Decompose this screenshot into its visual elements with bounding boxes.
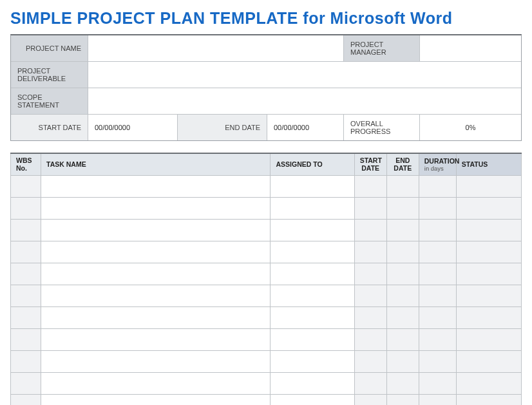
start-date-cell[interactable] (354, 219, 386, 241)
table-row (11, 263, 522, 285)
table-row (11, 328, 522, 350)
status-cell[interactable] (456, 328, 521, 350)
wbs-cell[interactable] (11, 285, 41, 306)
duration-cell[interactable] (419, 328, 456, 350)
end-date-cell[interactable] (386, 350, 419, 372)
duration-cell[interactable] (419, 372, 456, 394)
header-duration-sub: in days (424, 165, 451, 172)
end-date-value[interactable]: 00/00/0000 (267, 114, 343, 140)
end-date-cell[interactable] (386, 328, 419, 350)
scope-statement-value[interactable] (88, 88, 521, 114)
duration-cell[interactable] (419, 285, 456, 306)
end-date-cell[interactable] (386, 175, 419, 197)
wbs-cell[interactable] (11, 197, 41, 219)
project-manager-value[interactable] (419, 35, 521, 61)
status-cell[interactable] (456, 372, 521, 394)
duration-cell[interactable] (419, 175, 456, 197)
wbs-cell[interactable] (11, 372, 41, 394)
task-name-cell[interactable] (41, 306, 271, 328)
task-name-cell[interactable] (41, 263, 271, 285)
assigned-to-cell[interactable] (271, 350, 354, 372)
wbs-cell[interactable] (11, 263, 41, 285)
assigned-to-cell[interactable] (271, 285, 354, 306)
wbs-cell[interactable] (11, 350, 41, 372)
start-date-cell[interactable] (354, 263, 386, 285)
start-date-cell[interactable] (354, 328, 386, 350)
task-name-cell[interactable] (41, 328, 271, 350)
scope-statement-label: SCOPE STATEMENT (11, 88, 88, 114)
assigned-to-cell[interactable] (271, 372, 354, 394)
duration-cell[interactable] (419, 197, 456, 219)
status-cell[interactable] (456, 285, 521, 306)
start-date-cell[interactable] (354, 394, 386, 405)
status-cell[interactable] (456, 175, 521, 197)
end-date-cell[interactable] (386, 263, 419, 285)
start-date-cell[interactable] (354, 175, 386, 197)
project-deliverable-label: PROJECT DELIVERABLE (11, 61, 88, 88)
overall-progress-value[interactable]: 0% (419, 114, 521, 140)
task-name-cell[interactable] (41, 175, 271, 197)
wbs-cell[interactable] (11, 306, 41, 328)
duration-cell[interactable] (419, 219, 456, 241)
assigned-to-cell[interactable] (271, 263, 354, 285)
status-cell[interactable] (456, 306, 521, 328)
end-date-cell[interactable] (386, 197, 419, 219)
project-name-value[interactable] (88, 35, 343, 61)
duration-cell[interactable] (419, 394, 456, 405)
end-date-cell[interactable] (386, 394, 419, 405)
assigned-to-cell[interactable] (271, 241, 354, 263)
start-date-label: START DATE (11, 114, 88, 140)
meta-row-dates-progress: START DATE 00/00/0000 END DATE 00/00/000… (11, 114, 521, 140)
end-date-label: END DATE (177, 114, 267, 140)
task-name-cell[interactable] (41, 285, 271, 306)
end-date-cell[interactable] (386, 219, 419, 241)
meta-row-deliverable: PROJECT DELIVERABLE (11, 61, 521, 88)
wbs-cell[interactable] (11, 175, 41, 197)
wbs-cell[interactable] (11, 219, 41, 241)
duration-cell[interactable] (419, 241, 456, 263)
header-end-date: END DATE (386, 153, 419, 175)
header-duration: DURATION in days (419, 153, 456, 175)
status-cell[interactable] (456, 197, 521, 219)
start-date-cell[interactable] (354, 197, 386, 219)
project-deliverable-value[interactable] (88, 61, 521, 88)
assigned-to-cell[interactable] (271, 197, 354, 219)
start-date-cell[interactable] (354, 285, 386, 306)
task-name-cell[interactable] (41, 372, 271, 394)
wbs-cell[interactable] (11, 328, 41, 350)
assigned-to-cell[interactable] (271, 394, 354, 405)
status-cell[interactable] (456, 219, 521, 241)
task-name-cell[interactable] (41, 394, 271, 405)
wbs-cell[interactable] (11, 394, 41, 405)
duration-cell[interactable] (419, 350, 456, 372)
table-row (11, 175, 522, 197)
table-row (11, 197, 522, 219)
duration-cell[interactable] (419, 263, 456, 285)
start-date-cell[interactable] (354, 372, 386, 394)
start-date-value[interactable]: 00/00/0000 (88, 114, 177, 140)
table-row (11, 241, 522, 263)
end-date-cell[interactable] (386, 306, 419, 328)
assigned-to-cell[interactable] (271, 328, 354, 350)
end-date-cell[interactable] (386, 372, 419, 394)
start-date-cell[interactable] (354, 306, 386, 328)
wbs-cell[interactable] (11, 241, 41, 263)
task-name-cell[interactable] (41, 219, 271, 241)
task-name-cell[interactable] (41, 197, 271, 219)
project-manager-label: PROJECT MANAGER (343, 35, 419, 61)
end-date-cell[interactable] (386, 241, 419, 263)
status-cell[interactable] (456, 263, 521, 285)
task-name-cell[interactable] (41, 241, 271, 263)
status-cell[interactable] (456, 241, 521, 263)
status-cell[interactable] (456, 394, 521, 405)
assigned-to-cell[interactable] (271, 175, 354, 197)
task-name-cell[interactable] (41, 350, 271, 372)
start-date-cell[interactable] (354, 350, 386, 372)
assigned-to-cell[interactable] (271, 306, 354, 328)
start-date-cell[interactable] (354, 241, 386, 263)
status-cell[interactable] (456, 350, 521, 372)
duration-cell[interactable] (419, 306, 456, 328)
meta-row-name-manager: PROJECT NAME PROJECT MANAGER (11, 35, 521, 61)
end-date-cell[interactable] (386, 285, 419, 306)
assigned-to-cell[interactable] (271, 219, 354, 241)
